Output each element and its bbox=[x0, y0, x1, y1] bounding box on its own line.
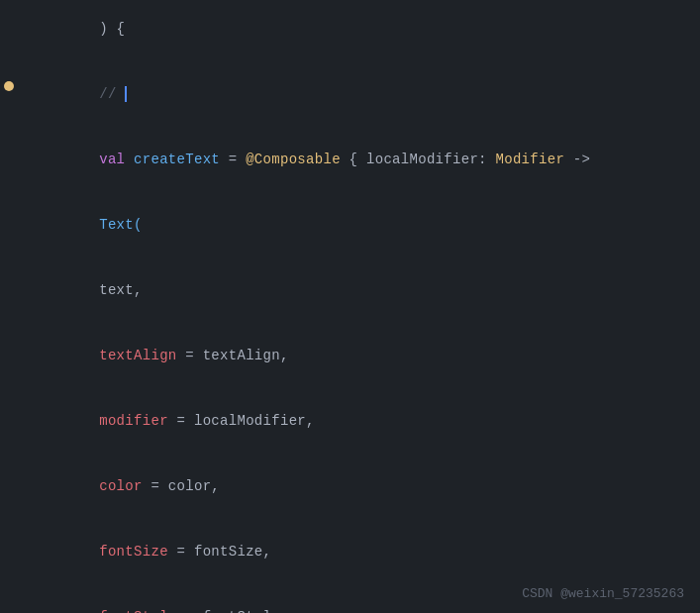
code-token: // bbox=[99, 86, 125, 102]
code-token: = textAlign, bbox=[177, 348, 289, 363]
watermark: CSDN @weixin_57235263 bbox=[522, 586, 684, 601]
code-token: = color, bbox=[143, 478, 220, 494]
line-content-6: textAlign = textAlign, bbox=[40, 316, 289, 379]
code-line-6: textAlign = textAlign, bbox=[0, 315, 700, 380]
code-line-5: text, bbox=[0, 250, 700, 315]
line-content-9: fontSize = fontSize, bbox=[40, 512, 271, 575]
code-token: val bbox=[99, 152, 134, 167]
code-token: modifier bbox=[99, 413, 168, 429]
code-token: Text( bbox=[99, 217, 143, 233]
breakpoint-dot bbox=[4, 81, 14, 91]
line-content-2: // bbox=[40, 54, 127, 118]
text-cursor bbox=[125, 86, 127, 102]
code-token: -> bbox=[564, 152, 590, 167]
code-token: = fontSize, bbox=[168, 544, 271, 560]
line-content-3: val createText = @Composable { localModi… bbox=[40, 120, 590, 183]
code-line-4: Text( bbox=[0, 184, 700, 250]
code-token: @Composable bbox=[246, 152, 341, 167]
code-token: fontSize bbox=[99, 544, 168, 560]
code-line-9: fontSize = fontSize, bbox=[0, 511, 700, 576]
line-content-8: color = color, bbox=[40, 447, 220, 510]
code-line-3: val createText = @Composable { localModi… bbox=[0, 119, 700, 184]
code-token: { localModifier: bbox=[341, 152, 496, 167]
line-content-5: text, bbox=[40, 251, 182, 314]
code-line-1: ) { bbox=[0, 4, 700, 53]
code-token: textAlign bbox=[99, 348, 176, 363]
code-token: = fontStyle, bbox=[177, 609, 289, 613]
code-token: text, bbox=[99, 282, 143, 298]
line-content-7: modifier = localModifier, bbox=[40, 381, 315, 445]
line-content-10: fontStyle = fontStyle, bbox=[40, 577, 289, 613]
code-token: = bbox=[220, 152, 246, 167]
code-token: createText bbox=[134, 152, 220, 167]
code-editor: ) { // val createText = @Composable { lo… bbox=[0, 0, 700, 613]
code-line-8: color = color, bbox=[0, 446, 700, 511]
code-token: = localModifier, bbox=[168, 413, 315, 429]
code-token: color bbox=[99, 478, 143, 494]
code-line-2: // bbox=[0, 53, 700, 119]
code-token: ) { bbox=[99, 21, 125, 37]
code-token: fontStyle bbox=[99, 609, 176, 613]
line-content-4: Text( bbox=[40, 185, 154, 249]
line-content-1: ) { bbox=[40, 5, 125, 52]
code-line-7: modifier = localModifier, bbox=[0, 380, 700, 446]
code-token: Modifier bbox=[496, 152, 565, 167]
